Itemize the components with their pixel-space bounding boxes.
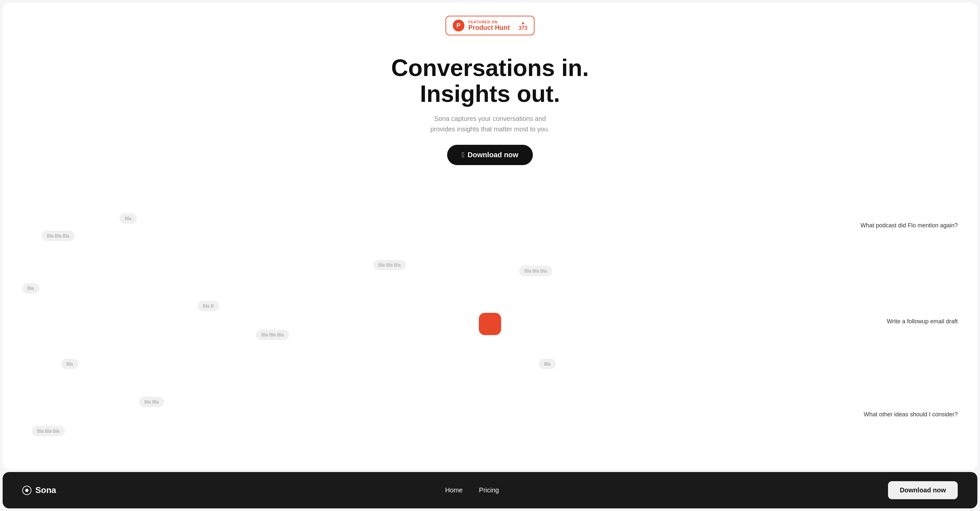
- query-text: What other ideas should I consider?: [864, 411, 958, 418]
- ph-vote-count: 373: [519, 25, 527, 31]
- apple-icon: : [461, 151, 464, 159]
- footer-nav: HomePricing: [445, 486, 499, 494]
- hero-title: Conversations in. Insights out.: [391, 55, 589, 107]
- footer-download-label: Download now: [900, 486, 946, 493]
- hero-title-line1: Conversations in.: [391, 55, 589, 81]
- bla-bubble: Bla Bla Bla: [256, 329, 289, 340]
- record-button[interactable]: [479, 313, 501, 335]
- ph-text: FEATURED ON Product Hunt: [468, 20, 510, 32]
- ph-name-label: Product Hunt: [468, 24, 510, 32]
- bla-bubble: Bla: [61, 359, 78, 369]
- bla-bubble: Bla B: [198, 301, 219, 311]
- hero-section: Conversations in. Insights out. Sona cap…: [391, 55, 589, 165]
- footer-nav-link[interactable]: Pricing: [479, 486, 499, 494]
- footer-download-button[interactable]: Download now: [888, 481, 958, 499]
- query-text: Write a followup email draft: [887, 318, 958, 325]
- hero-download-label: Download now: [468, 151, 518, 159]
- sona-logo-icon: [22, 486, 32, 495]
- producthunt-badge[interactable]: P FEATURED ON Product Hunt ▲ 373: [445, 16, 535, 35]
- ph-featured-label: FEATURED ON: [468, 20, 510, 24]
- sona-logo-inner: [25, 489, 29, 492]
- hero-title-line2: Insights out.: [420, 81, 560, 107]
- bla-bubble: Bla Bla Bla: [373, 260, 406, 270]
- bla-bubble: Bla Bla: [139, 397, 164, 407]
- bla-bubble: Bla Bla Bla: [41, 231, 74, 241]
- footer-logo-text: Sona: [35, 485, 56, 495]
- conversation-area: Bla Bla BlaBlaBlaBla Bla BlaBlaBla BlaBl…: [3, 178, 977, 469]
- footer-nav-link[interactable]: Home: [445, 486, 463, 494]
- bla-bubble: Bla Bla Bla: [519, 266, 552, 276]
- main-content: P FEATURED ON Product Hunt ▲ 373 Convers…: [3, 3, 977, 469]
- footer: Sona HomePricing Download now: [3, 472, 977, 508]
- footer-logo: Sona: [22, 485, 56, 495]
- bla-bubble: Bla: [119, 213, 137, 224]
- bla-bubble: Bla Bla Bla: [32, 426, 64, 436]
- bla-bubble: Bla: [22, 283, 39, 294]
- bla-bubble: Bla: [539, 359, 556, 369]
- query-text: What podcast did Flo mention again?: [861, 222, 958, 229]
- ph-arrow-icon: ▲: [521, 20, 525, 25]
- ph-votes: ▲ 373: [514, 20, 527, 31]
- ph-logo-icon: P: [453, 20, 465, 32]
- hero-subtitle: Sona captures your conversations and pro…: [428, 113, 552, 134]
- hero-download-button[interactable]:  Download now: [447, 145, 533, 165]
